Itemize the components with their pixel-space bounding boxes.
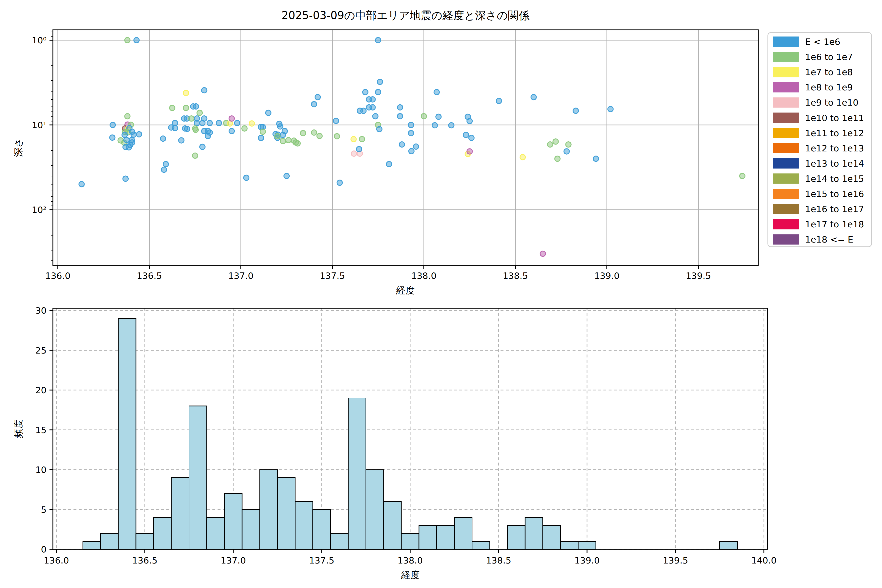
scatter-point xyxy=(520,154,525,160)
scatter-point xyxy=(432,123,438,128)
legend-swatch xyxy=(773,174,799,184)
scatter-point xyxy=(467,149,472,154)
legend-label: 1e7 to 1e8 xyxy=(805,67,853,77)
scatter-point xyxy=(242,126,247,131)
hist-tick-label-y: 0 xyxy=(41,544,46,554)
hist-bar xyxy=(720,542,738,549)
hist-tick-label-x: 137.0 xyxy=(220,555,246,566)
scatter-point xyxy=(110,122,116,128)
scatter-point xyxy=(205,133,211,139)
hist-bar xyxy=(224,494,242,549)
scatter-point xyxy=(370,97,375,102)
legend-label: 1e12 to 1e13 xyxy=(805,143,864,153)
scatter-point xyxy=(178,138,184,143)
scatter-point xyxy=(540,251,546,256)
scatter-tick-label-x: 136.5 xyxy=(137,271,162,281)
scatter-point xyxy=(740,173,745,178)
legend-label: 1e10 to 1e11 xyxy=(805,113,864,123)
scatter-point xyxy=(110,135,115,140)
scatter-point xyxy=(278,124,283,129)
hist-bar xyxy=(207,518,224,549)
legend-swatch xyxy=(773,158,799,168)
scatter-point xyxy=(398,114,403,119)
scatter-tick-label-x: 137.5 xyxy=(320,271,345,281)
scatter-point xyxy=(373,114,378,119)
scatter-point xyxy=(123,176,128,181)
scatter-point xyxy=(413,144,419,149)
hist-bar xyxy=(101,533,118,549)
scatter-point xyxy=(184,126,190,132)
scatter-point xyxy=(334,134,340,139)
scatter-point xyxy=(126,145,132,150)
hist-bar xyxy=(472,542,490,549)
scatter-point xyxy=(172,126,178,131)
legend-label: 1e16 to 1e17 xyxy=(805,204,864,214)
scatter-point xyxy=(351,136,356,142)
scatter-point xyxy=(229,128,234,134)
legend-label: 1e17 to 1e18 xyxy=(805,219,864,230)
hist-bar xyxy=(295,501,313,549)
legend-label: 1e8 to 1e9 xyxy=(805,82,853,92)
legend-label: 1e15 to 1e16 xyxy=(805,189,864,199)
legend-swatch xyxy=(773,82,799,92)
figure: 2025-03-09の中部エリア地震の経度と深さの関係 136.0136.513… xyxy=(0,0,882,588)
scatter-tick-label-x: 139.0 xyxy=(594,271,620,281)
scatter-point xyxy=(161,167,166,172)
hist-bar xyxy=(384,501,401,549)
hist-tick-label-y: 25 xyxy=(35,345,46,356)
scatter-point xyxy=(370,105,375,110)
scatter-point xyxy=(280,138,286,144)
scatter-point xyxy=(202,88,207,93)
hist-tick-label-x: 136.5 xyxy=(132,555,157,566)
scatter-point xyxy=(183,90,189,96)
hist-bar xyxy=(543,525,561,549)
hist-bar xyxy=(118,318,136,549)
scatter-point xyxy=(136,132,142,137)
hist-bar xyxy=(154,518,171,549)
scatter-point xyxy=(216,120,222,126)
legend-swatch xyxy=(773,36,799,47)
scatter-point xyxy=(125,114,130,119)
scatter-point xyxy=(399,142,405,147)
hist-bar xyxy=(525,518,543,549)
hist-tick-label-x: 139.0 xyxy=(574,555,600,566)
scatter-point xyxy=(300,130,306,136)
scatter-point xyxy=(351,151,357,156)
hist-bar xyxy=(348,398,366,549)
legend-swatch xyxy=(773,67,799,77)
scatter-point xyxy=(258,135,264,141)
scatter-point xyxy=(375,38,381,43)
scatter-spines xyxy=(53,30,758,266)
scatter-point xyxy=(408,122,414,128)
scatter-point xyxy=(377,79,383,84)
scatter-point xyxy=(193,104,199,109)
hist-tick-label-x: 138.0 xyxy=(398,555,423,566)
scatter-point xyxy=(531,94,536,100)
scatter-point xyxy=(553,139,558,144)
legend-swatch xyxy=(773,189,799,199)
scatter-point xyxy=(463,132,469,138)
scatter-point xyxy=(337,180,342,186)
hist-tick-label-x: 136.0 xyxy=(44,555,69,566)
scatter-point xyxy=(436,114,441,120)
scatter-point xyxy=(197,110,202,116)
scatter-point xyxy=(125,38,130,43)
hist-bar xyxy=(83,542,100,549)
scatter-tick-label-y: 10¹ xyxy=(32,120,46,130)
scatter-point xyxy=(408,130,414,136)
scatter-point xyxy=(386,162,392,167)
legend-swatch xyxy=(773,143,799,153)
scatter-point xyxy=(200,120,205,126)
legend-swatch xyxy=(773,219,799,230)
hist-tick-label-x: 138.5 xyxy=(486,555,511,566)
scatter-point xyxy=(375,89,381,95)
scatter-point xyxy=(282,128,287,134)
legend: E < 1e61e6 to 1e71e7 to 1e81e8 to 1e91e9… xyxy=(768,33,872,247)
scatter-point xyxy=(124,137,129,142)
legend-swatch xyxy=(773,128,799,138)
scatter-point xyxy=(357,147,362,152)
legend-swatch xyxy=(773,52,799,62)
scatter-point xyxy=(207,120,212,126)
legend-label: 1e18 <= E xyxy=(805,234,854,244)
scatter-point xyxy=(274,134,280,139)
